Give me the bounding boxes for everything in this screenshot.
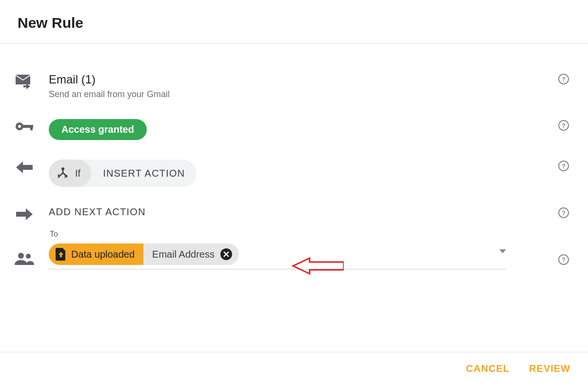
help-icon[interactable]: ? (558, 254, 569, 265)
help-icon[interactable]: ? (558, 120, 569, 131)
to-row: To Data uploaded Email Address (0, 230, 588, 279)
access-row: Access granted ? (0, 109, 588, 150)
access-granted-badge[interactable]: Access granted (49, 119, 147, 140)
to-chip-input[interactable]: Data uploaded Email Address (49, 243, 506, 269)
if-label: If (75, 168, 80, 179)
svg-point-1 (18, 125, 21, 128)
remove-chip-button[interactable] (220, 248, 232, 260)
svg-point-5 (18, 253, 24, 259)
people-icon (0, 230, 49, 265)
help-icon[interactable]: ? (558, 207, 569, 218)
close-icon (223, 251, 229, 257)
dropdown-caret-icon[interactable] (499, 246, 506, 255)
email-subtitle: Send an email from your Gmail (49, 89, 529, 100)
insert-action-block[interactable]: If INSERT ACTION (49, 160, 196, 187)
add-next-action-label[interactable]: ADD NEXT ACTION (49, 206, 529, 218)
insert-action-label: INSERT ACTION (91, 160, 196, 187)
help-icon[interactable]: ? (558, 74, 569, 84)
email-title: Email (1) (49, 73, 529, 86)
if-condition-chip[interactable]: If (49, 160, 91, 187)
arrow-left-icon (0, 160, 49, 173)
file-upload-icon (56, 248, 66, 261)
chip-field: Email Address (143, 243, 239, 265)
chip-source-label: Data uploaded (71, 249, 135, 260)
email-forward-icon (0, 73, 49, 89)
recipient-chip[interactable]: Data uploaded Email Address (49, 243, 239, 265)
chip-field-label: Email Address (152, 249, 215, 260)
svg-point-6 (26, 254, 31, 259)
page-title: New Rule (18, 15, 570, 31)
arrow-right-icon (0, 206, 49, 220)
dialog-footer: CANCEL REVIEW (0, 352, 588, 385)
branch-icon (57, 167, 69, 180)
email-row: Email (1) Send an email from your Gmail … (0, 63, 588, 109)
review-button[interactable]: REVIEW (529, 363, 570, 374)
key-icon (0, 119, 49, 132)
insert-action-row: If INSERT ACTION ? (0, 150, 588, 197)
dialog-header: New Rule (0, 0, 588, 43)
add-next-row: ADD NEXT ACTION ? (0, 197, 588, 230)
to-field-label: To (50, 230, 529, 239)
content-scroll[interactable]: Email (1) Send an email from your Gmail … (0, 43, 588, 352)
cancel-button[interactable]: CANCEL (466, 363, 510, 374)
help-icon[interactable]: ? (558, 161, 569, 171)
chip-source: Data uploaded (49, 243, 143, 265)
svg-rect-3 (30, 125, 33, 130)
